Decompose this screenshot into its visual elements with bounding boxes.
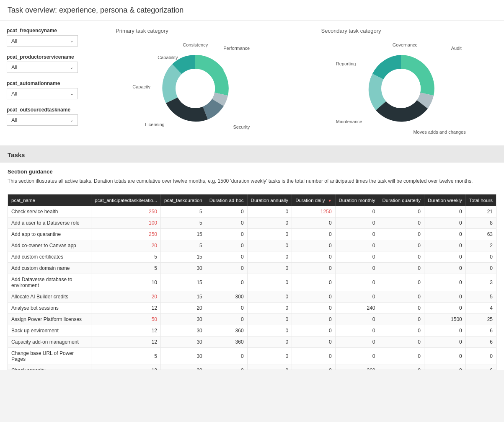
label-capability: Capability	[158, 55, 178, 60]
filter-label-outsourced: pcat_outsourcedtaskname	[7, 107, 92, 113]
guidance-title: Section guidance	[8, 168, 496, 175]
col-iterations[interactable]: pcat_anticipatedtaskiteratio...	[91, 194, 161, 206]
cell-duration_daily: 0	[292, 303, 335, 314]
filter-group-automation: pcat_automationname All ⌄	[7, 80, 92, 99]
cell-pcat_name: Add a user to a Dataverse role	[8, 217, 91, 229]
cell-pcat_anticipatedtaskiteration: 250	[91, 229, 161, 240]
filter-select-frequency[interactable]: All ⌄	[7, 35, 78, 47]
cell-duration_adhoc: 0	[206, 303, 247, 314]
cell-duration_weekly: 0	[424, 365, 465, 370]
col-taskduration[interactable]: pcat_taskduration	[160, 194, 206, 206]
cell-duration_annually: 0	[247, 365, 292, 370]
filter-select-automation[interactable]: All ⌄	[7, 88, 78, 99]
cell-duration_adhoc: 360	[206, 337, 247, 348]
cell-duration_adhoc: 0	[206, 348, 247, 365]
cell-pcat_taskduration: 5	[160, 240, 206, 251]
label-security: Security	[233, 124, 250, 129]
cell-duration_monthly: 0	[335, 206, 379, 217]
cell-pcat_name: Add custom domain name	[8, 263, 91, 274]
cell-pcat_anticipatedtaskiteration: 250	[91, 206, 161, 217]
col-pcat-name[interactable]: pcat_name	[8, 194, 91, 206]
cell-duration_monthly: 0	[335, 217, 379, 229]
cell-pcat_anticipatedtaskiteration: 12	[91, 365, 161, 370]
cell-duration_weekly: 0	[424, 291, 465, 303]
cell-duration_monthly: 0	[335, 240, 379, 251]
cell-duration_quarterly: 0	[379, 217, 424, 229]
cell-pcat_anticipatedtaskiteration: 20	[91, 291, 161, 303]
table-row: Change base URL of Power Pages5300000000	[8, 348, 496, 365]
cell-pcat_taskduration: 15	[160, 251, 206, 263]
cell-duration_quarterly: 0	[379, 206, 424, 217]
label-consistency: Consistency	[183, 42, 208, 47]
table-row: Back up environment1230360000006	[8, 325, 496, 337]
cell-duration_weekly: 0	[424, 303, 465, 314]
cell-duration_daily: 0	[292, 314, 335, 325]
cell-duration_monthly: 0	[335, 274, 379, 291]
cell-pcat_taskduration: 30	[160, 337, 206, 348]
table-body: Check service health250500125000021Add a…	[8, 206, 496, 370]
table-row: Add co-owner to Canvas app2050000002	[8, 240, 496, 251]
cell-duration_annually: 0	[247, 348, 292, 365]
cell-duration_weekly: 0	[424, 337, 465, 348]
cell-duration_monthly: 0	[335, 337, 379, 348]
col-weekly[interactable]: Duration weekly	[424, 194, 465, 206]
col-annually[interactable]: Duration annually	[247, 194, 292, 206]
cell-duration_annually: 0	[247, 314, 292, 325]
col-daily[interactable]: Duration daily ▼	[292, 194, 335, 206]
cell-duration_daily: 0	[292, 337, 335, 348]
cell-duration_adhoc: 0	[206, 206, 247, 217]
cell-duration_daily: 1250	[292, 206, 335, 217]
cell-duration_quarterly: 0	[379, 263, 424, 274]
cell-pcat_anticipatedtaskiteration: 5	[91, 263, 161, 274]
tasks-table: pcat_name pcat_anticipatedtaskiteratio..…	[8, 194, 496, 370]
cell-duration_quarterly: 0	[379, 291, 424, 303]
cell-duration_adhoc: 300	[206, 291, 247, 303]
cell-pcat_name: Analyse bot sessions	[8, 303, 91, 314]
cell-pcat_taskduration: 15	[160, 274, 206, 291]
filter-select-outsourced[interactable]: All ⌄	[7, 114, 78, 126]
cell-pcat_taskduration: 5	[160, 206, 206, 217]
cell-duration_quarterly: 0	[379, 325, 424, 337]
secondary-chart: Audit Governance Reporting Maintenance M…	[334, 38, 468, 139]
table-row: Capacity add-on management1230360000006	[8, 337, 496, 348]
col-monthly[interactable]: Duration monthly	[335, 194, 379, 206]
table-row: Add custom certificates5150000000	[8, 251, 496, 263]
cell-duration_weekly: 0	[424, 206, 465, 217]
cell-pcat_taskduration: 30	[160, 348, 206, 365]
cell-duration_daily: 0	[292, 229, 335, 240]
cell-duration_monthly: 0	[335, 314, 379, 325]
cell-duration_weekly: 0	[424, 217, 465, 229]
col-quarterly[interactable]: Duration quarterly	[379, 194, 424, 206]
svg-point-1	[381, 69, 421, 108]
page-title: Task overview: experience, persona & cat…	[0, 0, 504, 21]
filter-select-productorservice[interactable]: All ⌄	[7, 62, 78, 73]
cell-duration_quarterly: 0	[379, 274, 424, 291]
cell-duration_annually: 0	[247, 240, 292, 251]
col-adhoc[interactable]: Duration ad-hoc	[206, 194, 247, 206]
cell-pcat_name: Assign Power Platform licenses	[8, 314, 91, 325]
table-row: Add custom domain name5300000000	[8, 263, 496, 274]
cell-pcat_taskduration: 5	[160, 217, 206, 229]
cell-pcat_taskduration: 15	[160, 229, 206, 240]
primary-chart-container: Primary task category	[99, 28, 292, 139]
cell-duration_daily: 0	[292, 348, 335, 365]
table-row: Check capacity1230000360006	[8, 365, 496, 370]
primary-chart-title: Primary task category	[116, 28, 168, 34]
cell-pcat_name: Check capacity	[8, 365, 91, 370]
cell-pcat_name: Allocate AI Builder credits	[8, 291, 91, 303]
cell-duration_daily: 0	[292, 325, 335, 337]
table-row: Check service health250500125000021	[8, 206, 496, 217]
svg-point-0	[176, 69, 215, 108]
cell-pcat_anticipatedtaskiteration: 12	[91, 337, 161, 348]
table-wrapper[interactable]: pcat_name pcat_anticipatedtaskiteratio..…	[8, 194, 496, 370]
filter-label-productorservice: pcat_productorservicename	[7, 54, 92, 60]
chevron-down-icon: ⌄	[70, 91, 73, 96]
table-row: Add app to quarantine2501500000063	[8, 229, 496, 240]
cell-pcat_taskduration: 30	[160, 365, 206, 370]
cell-total_hours: 0	[465, 251, 496, 263]
cell-duration_quarterly: 0	[379, 303, 424, 314]
cell-total_hours: 25	[465, 314, 496, 325]
col-total-hours[interactable]: Total hours	[465, 194, 496, 206]
primary-chart: Performance Consistency Capability Capac…	[132, 38, 258, 139]
table-row: Allocate AI Builder credits2015300000005	[8, 291, 496, 303]
